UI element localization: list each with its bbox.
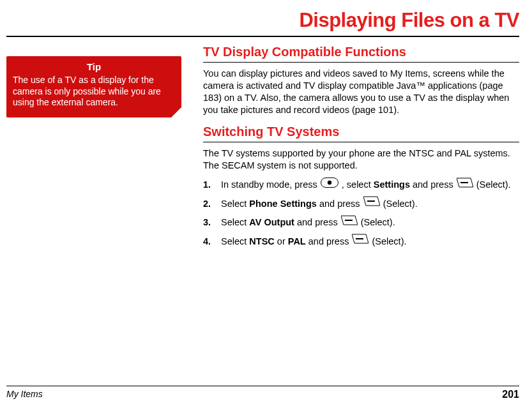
step-text: (Select). — [372, 236, 407, 246]
softkey-icon — [363, 195, 380, 211]
step-text: (Select). — [361, 217, 395, 227]
step-bold: NTSC — [249, 236, 274, 246]
footer-page-number: 201 — [502, 389, 519, 400]
section-heading: TV Display Compatible Functions — [203, 41, 519, 63]
body-paragraph: The TV systems supported by your phone a… — [203, 147, 519, 172]
softkey-icon — [352, 233, 369, 249]
center-key-icon — [321, 177, 338, 193]
softkey-icon — [457, 177, 473, 193]
tip-callout: Tip The use of a TV as a display for the… — [6, 56, 181, 117]
step-text: and press — [413, 179, 456, 190]
svg-point-1 — [328, 181, 331, 185]
step-text: and press — [319, 199, 363, 209]
step-item: Select Phone Settings and press (Select)… — [203, 196, 519, 212]
tip-title: Tip — [13, 61, 175, 72]
step-text: Select — [221, 236, 249, 246]
section-heading: Switching TV Systems — [203, 121, 519, 142]
page-footer: My Items 201 — [6, 386, 519, 400]
step-item: In standby mode, press , select Settings… — [203, 177, 519, 193]
step-bold: PAL — [288, 236, 306, 246]
svg-rect-3 — [367, 200, 375, 202]
tip-body: The use of a TV as a display for the cam… — [13, 75, 175, 109]
svg-rect-4 — [345, 220, 353, 221]
body-paragraph: You can display pictures and videos save… — [203, 68, 519, 116]
step-bold: Settings — [374, 179, 410, 190]
step-text: , select — [342, 179, 374, 190]
step-text: Select — [221, 217, 249, 227]
step-text: (Select). — [383, 199, 418, 209]
softkey-icon — [341, 215, 358, 230]
step-bold: Phone Settings — [249, 199, 317, 209]
step-item: Select AV Output and press (Select). — [203, 215, 519, 230]
main-content: TV Display Compatible Functions You can … — [203, 40, 519, 252]
step-text: In standby mode, press — [221, 179, 320, 190]
page-title: Displaying Files on a TV — [6, 6, 519, 37]
step-text: Select — [221, 199, 249, 209]
svg-rect-5 — [356, 238, 363, 239]
step-bold: AV Output — [249, 217, 294, 227]
step-text: (Select). — [476, 179, 511, 190]
step-text: and press — [308, 236, 352, 246]
svg-rect-2 — [460, 182, 468, 183]
step-text: or — [277, 236, 288, 246]
step-item: Select NTSC or PAL and press (Select). — [203, 234, 519, 250]
footer-section: My Items — [6, 389, 43, 400]
step-text: and press — [297, 217, 340, 227]
